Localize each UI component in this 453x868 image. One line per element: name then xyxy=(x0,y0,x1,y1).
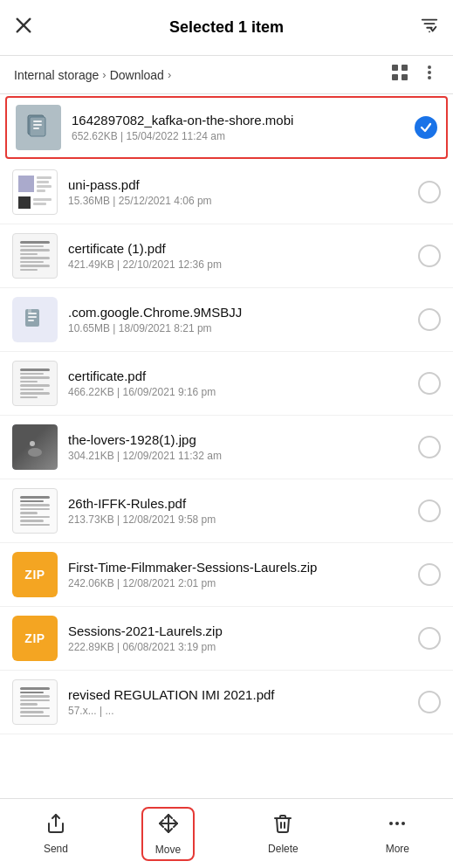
file-thumbnail xyxy=(12,361,58,406)
file-meta: 421.49KB | 22/10/2021 12:36 pm xyxy=(68,258,409,271)
file-name: 26th-IFFK-Rules.pdf xyxy=(68,496,409,511)
file-name: uni-pass.pdf xyxy=(68,177,409,192)
svg-rect-23 xyxy=(28,316,37,318)
file-checkbox[interactable] xyxy=(418,372,441,395)
file-name: the-lovers-1928(1).jpg xyxy=(68,432,409,447)
delete-button[interactable]: Delete xyxy=(254,808,312,860)
svg-rect-17 xyxy=(30,117,45,136)
file-name: 1642897082_kafka-on-the-shore.mobi xyxy=(72,113,406,127)
breadcrumb-sep1: › xyxy=(102,68,106,81)
send-label: Send xyxy=(44,843,68,855)
move-icon xyxy=(157,812,180,840)
file-checkbox[interactable] xyxy=(418,563,441,586)
file-checkbox[interactable] xyxy=(418,181,441,203)
file-list: 1642897082_kafka-on-the-shore.mobi 652.6… xyxy=(0,96,453,734)
file-checkbox[interactable] xyxy=(418,245,441,267)
header: Selected 1 item xyxy=(0,0,453,56)
list-item[interactable]: certificate (1).pdf 421.49KB | 22/10/202… xyxy=(0,224,453,288)
list-item[interactable]: certificate.pdf 466.22KB | 16/09/2021 9:… xyxy=(0,352,453,416)
list-item[interactable]: the-lovers-1928(1).jpg 304.21KB | 12/09/… xyxy=(0,416,453,479)
file-thumbnail xyxy=(12,679,58,725)
file-info: certificate.pdf 466.22KB | 16/09/2021 9:… xyxy=(68,369,409,398)
file-meta: 304.21KB | 12/09/2021 11:32 am xyxy=(68,450,409,462)
file-info: revised REGULATION IMI 2021.pdf 57.x... … xyxy=(68,687,409,717)
file-meta: 213.73KB | 12/08/2021 9:58 pm xyxy=(68,513,409,526)
file-meta: 466.22KB | 16/09/2021 9:16 pm xyxy=(68,386,409,398)
file-name: Sessions-2021-Laurels.zip xyxy=(68,623,409,638)
page-title: Selected 1 item xyxy=(169,18,284,37)
file-meta: 57.x... | ... xyxy=(68,705,409,717)
grid-view-icon[interactable] xyxy=(390,63,409,86)
svg-rect-9 xyxy=(402,74,408,80)
breadcrumb-sep2: › xyxy=(168,68,171,81)
move-button[interactable]: Move xyxy=(141,807,195,861)
file-thumbnail xyxy=(16,105,61,150)
file-meta: 242.06KB | 12/08/2021 2:01 pm xyxy=(68,577,409,589)
file-checkbox[interactable] xyxy=(418,627,441,650)
file-thumbnail xyxy=(12,488,58,534)
file-info: 26th-IFFK-Rules.pdf 213.73KB | 12/08/202… xyxy=(68,496,409,526)
file-checkbox[interactable] xyxy=(418,691,441,713)
file-info: .com.google.Chrome.9MSBJJ 10.65MB | 18/0… xyxy=(68,305,409,334)
breadcrumb-child[interactable]: Download xyxy=(110,68,164,82)
file-checkbox[interactable] xyxy=(418,308,441,331)
svg-point-10 xyxy=(428,65,431,69)
svg-point-12 xyxy=(428,76,431,79)
list-item[interactable]: ZIP First-Time-Filmmaker-Sessions-Laurel… xyxy=(0,543,453,607)
list-item[interactable]: revised REGULATION IMI 2021.pdf 57.x... … xyxy=(0,671,453,734)
list-item[interactable]: uni-pass.pdf 15.36MB | 25/12/2021 4:06 p… xyxy=(0,161,453,224)
svg-rect-25 xyxy=(28,309,31,313)
file-meta: 652.62KB | 15/04/2022 11:24 am xyxy=(72,130,406,142)
breadcrumb-root[interactable]: Internal storage xyxy=(14,68,99,82)
file-name: revised REGULATION IMI 2021.pdf xyxy=(68,687,409,702)
svg-rect-22 xyxy=(28,313,37,314)
list-item[interactable]: ZIP Sessions-2021-Laurels.zip 222.89KB |… xyxy=(0,607,453,671)
list-item[interactable]: 26th-IFFK-Rules.pdf 213.73KB | 12/08/202… xyxy=(0,479,453,543)
file-name: First-Time-Filmmaker-Sessions-Laurels.zi… xyxy=(68,560,409,575)
file-name: .com.google.Chrome.9MSBJJ xyxy=(68,305,409,320)
file-thumbnail xyxy=(12,297,58,342)
more-label: More xyxy=(386,843,409,855)
send-icon xyxy=(45,813,66,839)
more-horiz-icon xyxy=(387,813,408,839)
more-button[interactable]: More xyxy=(372,808,423,860)
breadcrumb-row: Internal storage › Download › xyxy=(0,56,453,94)
close-icon[interactable] xyxy=(14,16,33,40)
svg-point-26 xyxy=(30,441,35,446)
svg-point-11 xyxy=(428,71,431,74)
svg-point-33 xyxy=(402,822,405,825)
move-label: Move xyxy=(155,844,181,856)
list-item[interactable]: 1642897082_kafka-on-the-shore.mobi 652.6… xyxy=(5,96,448,159)
breadcrumb[interactable]: Internal storage › Download › xyxy=(14,68,171,82)
file-meta: 222.89KB | 06/08/2021 3:19 pm xyxy=(68,641,409,653)
file-meta: 15.36MB | 25/12/2021 4:06 pm xyxy=(68,195,409,207)
file-info: 1642897082_kafka-on-the-shore.mobi 652.6… xyxy=(72,113,406,142)
file-thumbnail xyxy=(12,424,58,470)
file-meta: 10.65MB | 18/09/2021 8:21 pm xyxy=(68,322,409,334)
file-thumbnail: ZIP xyxy=(12,552,58,597)
file-info: the-lovers-1928(1).jpg 304.21KB | 12/09/… xyxy=(68,432,409,462)
file-checkbox[interactable] xyxy=(415,116,437,139)
file-thumbnail: ZIP xyxy=(12,616,58,661)
file-thumbnail xyxy=(12,233,58,279)
file-info: Sessions-2021-Laurels.zip 222.89KB | 06/… xyxy=(68,623,409,653)
file-checkbox[interactable] xyxy=(418,436,441,458)
filter-icon[interactable] xyxy=(420,16,439,40)
list-item[interactable]: .com.google.Chrome.9MSBJJ 10.65MB | 18/0… xyxy=(0,288,453,352)
svg-point-31 xyxy=(389,822,393,825)
svg-rect-19 xyxy=(33,124,42,126)
svg-rect-8 xyxy=(392,74,398,80)
more-options-icon[interactable] xyxy=(420,63,439,86)
file-name: certificate (1).pdf xyxy=(68,241,409,256)
file-info: certificate (1).pdf 421.49KB | 22/10/202… xyxy=(68,241,409,271)
file-checkbox[interactable] xyxy=(418,499,441,522)
delete-icon xyxy=(272,813,293,839)
file-info: uni-pass.pdf 15.36MB | 25/12/2021 4:06 p… xyxy=(68,177,409,207)
svg-rect-7 xyxy=(402,65,408,71)
file-info: First-Time-Filmmaker-Sessions-Laurels.zi… xyxy=(68,560,409,589)
file-thumbnail xyxy=(12,169,58,215)
send-button[interactable]: Send xyxy=(30,808,82,860)
svg-point-27 xyxy=(28,448,42,457)
bottom-toolbar: Send Move Delete xyxy=(0,798,453,868)
svg-point-32 xyxy=(395,822,399,825)
